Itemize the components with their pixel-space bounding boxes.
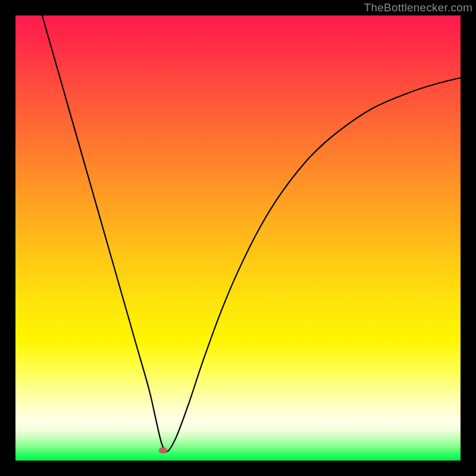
plot-gradient-background <box>15 15 461 461</box>
chart-frame: TheBottlenecker.com <box>0 0 476 476</box>
optimal-point-marker <box>159 447 167 453</box>
watermark-text: TheBottlenecker.com <box>364 1 472 14</box>
